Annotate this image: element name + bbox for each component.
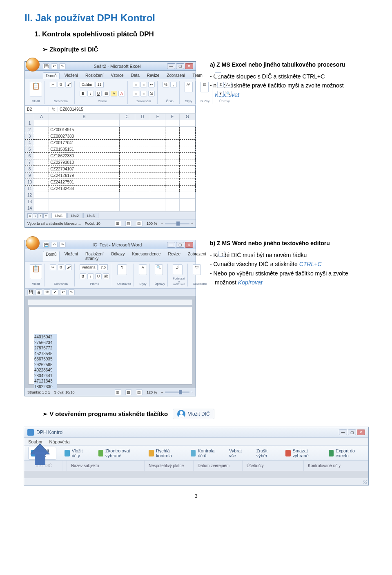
border-icon[interactable]: ▦ <box>103 91 109 96</box>
col-nazev[interactable]: Název subjektu <box>67 461 145 471</box>
qat2-print-icon[interactable]: 🖨 <box>36 289 42 295</box>
qat-redo-icon[interactable]: ↷ <box>59 63 66 69</box>
font-size-combo[interactable]: 11 <box>96 82 104 87</box>
menu-napoveda[interactable]: Nápověda <box>49 439 69 444</box>
dph-grid-body[interactable] <box>24 471 368 478</box>
view-break-icon[interactable]: ▤ <box>136 221 143 226</box>
sheet-tab-2[interactable]: List2 <box>67 213 82 218</box>
qat-undo-icon[interactable]: ↶ <box>51 242 58 248</box>
font-name-combo[interactable]: Verdana <box>80 264 98 270</box>
tab-view[interactable]: Zobrazení <box>185 251 209 262</box>
toolbar-export[interactable]: Export do excelu <box>326 447 364 459</box>
italic-icon[interactable]: I <box>87 273 94 279</box>
minimize-icon[interactable]: — <box>167 63 175 69</box>
tab-team[interactable]: Team <box>190 72 205 79</box>
help-icon[interactable]: ? <box>215 72 221 78</box>
cut-icon[interactable]: ✂ <box>50 264 56 270</box>
toolbar-zrusit-vyber[interactable]: Zrušit výběr <box>254 447 277 459</box>
strike-icon[interactable]: ab <box>103 273 109 279</box>
toolbar-kontrola-uctu[interactable]: Kontrola účtů <box>188 447 221 459</box>
tab-home[interactable]: Domů <box>43 72 60 79</box>
minimize-icon[interactable]: — <box>167 242 175 248</box>
copy-icon[interactable]: ⧉ <box>58 264 64 270</box>
view-web-icon[interactable]: ▤ <box>136 389 143 395</box>
close-icon[interactable]: ✕ <box>185 242 193 248</box>
styles-icon[interactable]: Aᵃ <box>185 82 193 92</box>
autosum-icon[interactable]: Σ <box>217 82 224 87</box>
styles-icon[interactable]: A <box>139 264 147 275</box>
sheet-tab-3[interactable]: List3 <box>83 213 98 218</box>
tab-data[interactable]: Data <box>129 72 142 79</box>
find-icon[interactable]: 🔍 <box>225 91 232 96</box>
qat-save-icon[interactable]: 💾 <box>43 242 49 248</box>
underline-icon[interactable]: U <box>95 273 102 279</box>
name-box[interactable]: B2 <box>25 107 49 112</box>
tab-layout[interactable]: Rozložení <box>83 72 106 79</box>
tab-home[interactable]: Domů <box>43 251 60 262</box>
qat2-spell-icon[interactable]: ✔ <box>52 289 58 295</box>
sheet-nav-first-icon[interactable]: « <box>27 213 32 218</box>
paragraph-icon[interactable]: ¶ <box>117 264 127 275</box>
qat2-redo-icon[interactable]: ↷ <box>68 289 75 295</box>
sheet-nav-last-icon[interactable]: » <box>43 213 48 218</box>
view-layout-icon[interactable]: ▥ <box>125 221 132 226</box>
close-icon[interactable]: ✕ <box>357 430 365 435</box>
minimize-icon[interactable]: — <box>339 430 347 435</box>
qat-redo-icon[interactable]: ↷ <box>59 242 66 248</box>
tab-view[interactable]: Zobrazení <box>164 72 187 79</box>
word-page[interactable]: 4401604227566234278767724527354563675935… <box>28 307 192 385</box>
align-left-icon[interactable]: ≡ <box>133 91 139 96</box>
excel-grid[interactable]: ABCDEFG12CZ000149153CZ000273834CZ0017704… <box>25 113 196 212</box>
fill-icon[interactable]: ▼ <box>217 91 224 96</box>
qat2-undo-icon[interactable]: ↶ <box>60 289 67 295</box>
tab-review[interactable]: Revize <box>145 72 162 79</box>
col-nespolehlivy[interactable]: Nespolehlivý plátce <box>145 461 194 471</box>
view-normal-icon[interactable]: ▦ <box>115 221 121 226</box>
sort-icon[interactable]: A↓ <box>225 82 232 87</box>
underline-icon[interactable]: U <box>95 91 102 96</box>
toolbar-rychla[interactable]: Rychlá kontrola <box>146 447 183 459</box>
ruler[interactable] <box>28 300 192 305</box>
maximize-icon[interactable]: ▢ <box>176 242 184 248</box>
sheet-nav-prev-icon[interactable]: ‹ <box>33 213 38 218</box>
toolbar-vlozit-ucty[interactable]: Vložit účty <box>62 447 90 459</box>
qat2-save-icon[interactable]: 💾 <box>27 289 34 295</box>
cells-icon[interactable]: ▤ <box>200 82 209 92</box>
tab-insert[interactable]: Vložení <box>62 251 80 262</box>
tab-refs[interactable]: Odkazy <box>109 251 127 262</box>
sheet-nav-next-icon[interactable]: › <box>38 213 43 218</box>
font-name-combo[interactable]: Calibri <box>80 82 94 87</box>
wrap-icon[interactable]: ↩ <box>148 82 155 87</box>
cut-icon[interactable]: ✂ <box>50 82 56 87</box>
toolbar-smazat[interactable]: Smazat vybrané <box>283 447 320 459</box>
fx-icon[interactable]: fx <box>49 107 58 112</box>
toolbar-zkontrolovat[interactable]: Zkontrolovat vybrané <box>96 447 141 459</box>
merge-icon[interactable]: ⇲ <box>148 91 155 96</box>
office-orb-icon[interactable] <box>26 58 40 72</box>
qat-save-icon[interactable]: 💾 <box>43 63 49 69</box>
font-size-combo[interactable]: 7,5 <box>99 264 108 270</box>
zoom-slider[interactable]: −+ <box>161 390 193 394</box>
tab-formulas[interactable]: Vzorce <box>109 72 126 79</box>
italic-icon[interactable]: I <box>87 91 94 96</box>
format-painter-icon[interactable]: 🖌 <box>65 82 72 87</box>
find-icon[interactable]: 🔍 <box>155 264 163 275</box>
align-mid-icon[interactable]: ≡ <box>140 82 147 87</box>
sheet-tab-1[interactable]: List1 <box>51 213 67 218</box>
col-kontrolovane[interactable]: Kontrolované účty <box>304 461 364 471</box>
paste-button[interactable]: 📋 <box>30 82 42 96</box>
view-read-icon[interactable]: ▦ <box>125 389 132 395</box>
paste-button[interactable]: 📋 <box>30 264 42 279</box>
tab-insert[interactable]: Vložení <box>62 72 80 79</box>
maximize-icon[interactable]: ▢ <box>176 63 184 69</box>
qat-undo-icon[interactable]: ↶ <box>51 63 58 69</box>
toolbar-vybrat-vse[interactable]: Vybrat vše <box>227 447 248 459</box>
help-icon[interactable]: ? <box>218 251 225 257</box>
tab-mail[interactable]: Korespondence <box>129 251 163 262</box>
align-center-icon[interactable]: ≡ <box>140 91 147 96</box>
vlozit-dic-button[interactable]: Vložit DIČ <box>173 409 214 419</box>
resize-grip-icon[interactable] <box>363 480 367 484</box>
sign-icon[interactable]: 🖊 <box>173 264 183 275</box>
percent-icon[interactable]: % <box>163 82 169 87</box>
office-orb-icon[interactable] <box>26 236 40 250</box>
